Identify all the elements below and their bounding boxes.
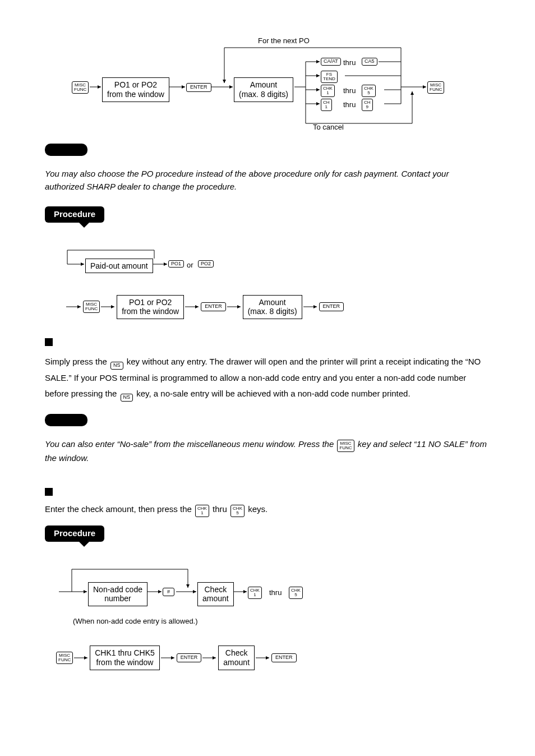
fstend-key: FS TEND (321, 71, 338, 83)
enter-key: ENTER (186, 83, 211, 92)
procedure-label: Procedure (45, 206, 104, 222)
note-badge-1 (45, 144, 87, 156)
thru-2: thru (343, 86, 356, 96)
nonadd-box: Non-add code number (88, 582, 147, 607)
for-next-po-label: For the next PO (258, 36, 310, 46)
check-thru: thru (213, 504, 227, 514)
misc-func-key-2: MISC FUNC (427, 81, 444, 94)
chk5-key: CHK 5 (362, 85, 376, 97)
misc-func-key-4: MISC FUNC (56, 652, 73, 664)
ch1-key: CH 1 (321, 99, 332, 111)
diagram-po-flow: For the next PO To cancel MISC FUNC PO1 … (45, 34, 490, 140)
or-label: or (187, 260, 193, 270)
amount-box: Amount (max. 8 digits) (234, 77, 293, 102)
section-marker-nosale (45, 338, 53, 346)
procedure-label-2: Procedure (45, 525, 104, 541)
nosale-paragraph: Simply press the NS key without any entr… (45, 354, 490, 402)
caat-key: CA/AT (321, 58, 341, 66)
po1-key: PO1 (168, 260, 184, 268)
proc1-row1: Paid-out amount PO1 or PO2 (45, 245, 490, 284)
ch9-key: CH 9 (362, 99, 373, 111)
thru-4: thru (269, 588, 282, 598)
note2-a: You can also enter “No-sale” from the mi… (45, 439, 336, 449)
nosale-text-3: key, a no-sale entry will be achieved wi… (136, 389, 410, 398)
po2-key: PO2 (198, 260, 214, 268)
proc2-row2: MISC FUNC CHK1 thru CHK5 from the window… (56, 646, 490, 670)
thru-3: thru (343, 100, 356, 110)
enter-key-4: ENTER (177, 653, 202, 662)
ns-key-2: NS (121, 394, 133, 402)
proc2-row1: Non-add code number # Check amount CHK 1… (45, 561, 490, 614)
check-intro-a: Enter the check amount, then press the (45, 504, 194, 514)
enter-key-3: ENTER (319, 302, 344, 311)
ca5-key: CA5 (362, 58, 377, 66)
enter-key-2: ENTER (201, 302, 226, 311)
misc-func-key-3: MISC FUNC (83, 301, 100, 313)
to-cancel-label: To cancel (313, 122, 344, 132)
note-text-2: You can also enter “No-sale” from the mi… (45, 438, 490, 465)
procedure-heading-2: Procedure (45, 525, 490, 546)
enter-key-5: ENTER (271, 653, 297, 662)
chk5-key-inline: CHK 5 (230, 505, 245, 517)
nosale-text-1: Simply press the (45, 357, 109, 366)
note-text-1: You may also choose the PO procedure ins… (45, 168, 490, 193)
section-marker-check (45, 488, 53, 496)
proc1-row2: MISC FUNC PO1 or PO2 from the window ENT… (66, 295, 490, 320)
chk5-key-2: CHK 5 (289, 587, 303, 599)
note-badge-2 (45, 414, 87, 426)
hash-key: # (163, 588, 174, 597)
nonadd-caption: (When non-add code entry is allowed.) (73, 616, 490, 626)
misc-func-key-inline: MISC FUNC (337, 440, 354, 452)
po-window-box: PO1 or PO2 from the window (102, 77, 169, 102)
thru-1: thru (343, 58, 356, 68)
amount-box-2: Amount (max. 8 digits) (243, 295, 302, 320)
chk1-key-2: CHK 1 (248, 587, 262, 599)
misc-func-key: MISC FUNC (72, 81, 89, 94)
check-amount-box: Check amount (197, 582, 234, 607)
chk-window-box: CHK1 thru CHK5 from the window (90, 646, 160, 670)
check-amount-box-2: Check amount (218, 646, 255, 670)
po-window-box-2: PO1 or PO2 from the window (117, 295, 184, 320)
procedure-heading-1: Procedure (45, 206, 490, 227)
check-intro: Enter the check amount, then press the C… (45, 504, 490, 517)
chk1-key: CHK 1 (321, 85, 335, 97)
ns-key: NS (110, 362, 123, 370)
paid-out-box: Paid-out amount (85, 259, 153, 274)
chk1-key-inline: CHK 1 (195, 505, 209, 517)
check-intro-b: keys. (248, 504, 268, 514)
